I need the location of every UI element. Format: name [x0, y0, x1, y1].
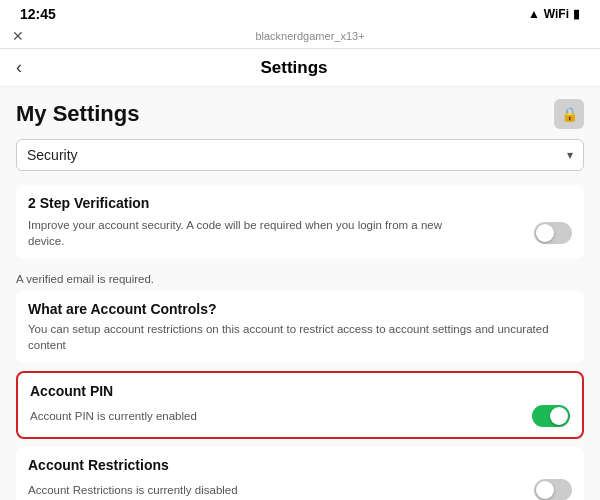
url-bar: blacknerdgamer_x13+ — [32, 30, 588, 42]
chevron-down-icon: ▾ — [567, 148, 573, 162]
toggle-knob — [536, 224, 554, 242]
account-restrictions-desc: Account Restrictions is currently disabl… — [28, 482, 238, 498]
app-header: ‹ Settings — [0, 49, 600, 87]
battery-icon: ▮ — [573, 7, 580, 21]
browser-bar: ✕ blacknerdgamer_x13+ — [0, 24, 600, 49]
my-settings-title: My Settings — [16, 101, 139, 127]
toggle-knob — [536, 481, 554, 499]
account-pin-section: Account PIN Account PIN is currently ena… — [16, 371, 584, 439]
status-icons: ▲ WiFi ▮ — [528, 7, 580, 21]
wifi-icon: WiFi — [544, 7, 569, 21]
account-pin-toggle-row: Account PIN is currently enabled — [30, 405, 570, 427]
account-pin-desc: Account PIN is currently enabled — [30, 408, 197, 424]
account-restrictions-toggle-row: Account Restrictions is currently disabl… — [28, 479, 572, 500]
back-button[interactable]: ‹ — [16, 57, 22, 78]
two-step-desc: Improve your account security. A code wi… — [28, 217, 463, 249]
lock-icon-box[interactable]: 🔒 — [554, 99, 584, 129]
verified-note: A verified email is required. — [16, 267, 584, 291]
account-pin-toggle[interactable] — [532, 405, 570, 427]
settings-content: My Settings 🔒 Security ▾ 2 Step Verifica… — [0, 87, 600, 500]
account-controls-section: What are Account Controls? You can setup… — [16, 291, 584, 363]
status-bar: 12:45 ▲ WiFi ▮ — [0, 0, 600, 24]
two-step-title: 2 Step Verification — [28, 195, 572, 211]
account-controls-title: What are Account Controls? — [28, 301, 572, 317]
page-title: Settings — [32, 58, 556, 78]
lock-icon: 🔒 — [561, 106, 578, 122]
two-step-toggle[interactable] — [534, 222, 572, 244]
account-restrictions-title: Account Restrictions — [28, 457, 572, 473]
account-restrictions-section: Account Restrictions Account Restriction… — [16, 447, 584, 500]
phone-frame: 12:45 ▲ WiFi ▮ ✕ blacknerdgamer_x13+ ‹ S… — [0, 0, 600, 500]
two-step-section: 2 Step Verification Improve your account… — [16, 185, 584, 259]
dropdown-label: Security — [27, 147, 78, 163]
close-icon[interactable]: ✕ — [12, 28, 24, 44]
account-restrictions-toggle[interactable] — [534, 479, 572, 500]
signal-icon: ▲ — [528, 7, 540, 21]
security-dropdown[interactable]: Security ▾ — [16, 139, 584, 171]
account-pin-title: Account PIN — [30, 383, 570, 399]
status-time: 12:45 — [20, 6, 56, 22]
toggle-knob — [550, 407, 568, 425]
two-step-toggle-row: Improve your account security. A code wi… — [28, 217, 572, 249]
account-controls-desc: You can setup account restrictions on th… — [28, 321, 572, 353]
my-settings-row: My Settings 🔒 — [16, 99, 584, 129]
